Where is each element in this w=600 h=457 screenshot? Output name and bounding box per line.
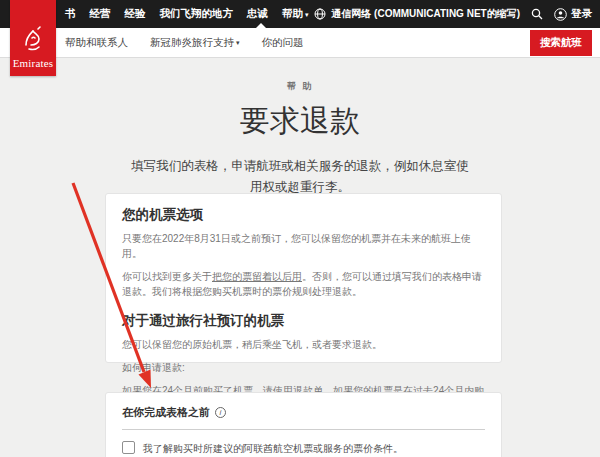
nav-book[interactable]: 书: [65, 7, 76, 21]
login-label: 登录: [571, 7, 592, 21]
fare-conditions-checkbox[interactable]: [122, 441, 135, 454]
ticket-options-paragraph-2: 你可以找到更多关于把您的票留着以后用。否则，您可以通过填写我们的表格申请退款。我…: [122, 269, 485, 299]
page-title: 要求退款: [0, 101, 600, 142]
secondary-nav: 帮助和联系人 新冠肺炎旅行支持 ▾ 你的问题: [65, 36, 304, 50]
chevron-down-icon: ▾: [236, 39, 240, 46]
travel-agent-paragraph-2: 如何申请退款:: [122, 360, 485, 375]
breadcrumb-eyebrow: 帮 助: [0, 80, 600, 93]
subnav-your-questions[interactable]: 你的问题: [262, 36, 304, 50]
nav-where-we-fly[interactable]: 我们飞翔的地方: [160, 7, 234, 21]
nav-help[interactable]: 帮助 ▾: [282, 7, 309, 21]
info-icon[interactable]: i: [215, 407, 226, 418]
before-form-card: 在你完成表格之前 i 我了解购买时所建议的阿联酋航空机票或服务的票价条件。: [105, 392, 502, 457]
ticket-options-paragraph-1: 只要您在2022年8月31日或之前预订，您可以保留您的机票并在未来的航班上使用。: [122, 231, 485, 261]
emirates-wordmark: Emirates: [13, 57, 54, 69]
before-form-heading: 在你完成表格之前 i: [122, 405, 485, 420]
search-flights-button[interactable]: 搜索航班: [530, 30, 592, 56]
emirates-logo[interactable]: Emirates: [10, 0, 56, 76]
fare-conditions-checkbox-row[interactable]: 我了解购买时所建议的阿联酋航空机票或服务的票价条件。: [122, 441, 485, 456]
user-icon: [554, 8, 567, 21]
nav-loyalty[interactable]: 忠诚: [247, 7, 268, 21]
topbar-right-cluster: 通信网络 (COMMUNICATING NET的缩写) 登录: [314, 7, 592, 21]
login-button[interactable]: 登录: [554, 7, 592, 21]
arabic-calligraphy-icon: [18, 25, 48, 55]
language-label: 通信网络 (COMMUNICATING NET的缩写): [331, 7, 520, 21]
page-lead-text: 填写我们的表格，申请航班或相关服务的退款，例如休息室使用权或超重行李。: [128, 156, 473, 197]
ticket-options-heading: 您的机票选项: [122, 206, 485, 224]
subnav-help-contacts[interactable]: 帮助和联系人: [65, 36, 128, 50]
subnav-covid-support[interactable]: 新冠肺炎旅行支持 ▾: [150, 36, 240, 50]
globe-icon: [314, 8, 326, 20]
travel-agent-paragraph-1: 您可以保留您的原始机票，稍后乘坐飞机，或者要求退款。: [122, 337, 485, 352]
search-icon: [531, 8, 543, 20]
fare-conditions-checkbox-label: 我了解购买时所建议的阿联酋航空机票或服务的票价条件。: [143, 441, 403, 456]
chevron-down-icon: ▾: [305, 11, 309, 18]
nav-experience[interactable]: 经验: [125, 7, 146, 21]
travel-agent-heading: 对于通过旅行社预订的机票: [122, 312, 485, 330]
divider: [122, 429, 485, 430]
keep-ticket-link[interactable]: 把您的票留着以后用: [212, 271, 302, 282]
search-button[interactable]: [531, 8, 543, 20]
language-selector[interactable]: 通信网络 (COMMUNICATING NET的缩写): [314, 7, 520, 21]
nav-manage[interactable]: 经营: [90, 7, 111, 21]
page-header: 帮 助 要求退款 填写我们的表格，申请航班或相关服务的退款，例如休息室使用权或超…: [0, 80, 600, 197]
ticket-options-card: 您的机票选项 只要您在2022年8月31日或之前预订，您可以保留您的机票并在未来…: [105, 193, 502, 363]
top-navigation-bar: 书 经营 经验 我们飞翔的地方 忠诚 帮助 ▾ 通信网络 (COMMUNICAT…: [0, 0, 600, 28]
primary-nav: 书 经营 经验 我们飞翔的地方 忠诚 帮助 ▾: [65, 7, 309, 21]
secondary-navigation-bar: 帮助和联系人 新冠肺炎旅行支持 ▾ 你的问题 搜索航班: [0, 28, 600, 58]
